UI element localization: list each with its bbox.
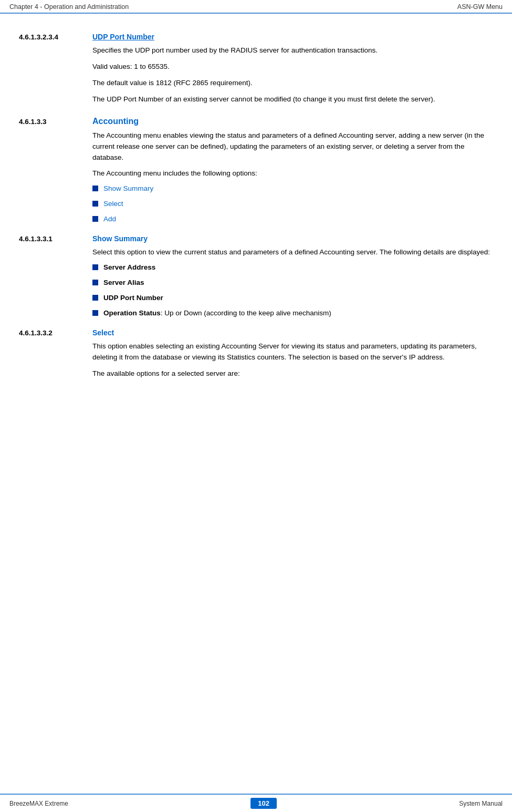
section-46133: 4.6.1.3.3 Accounting [19, 117, 493, 126]
page-container: Chapter 4 - Operation and Administration… [0, 0, 512, 812]
bullet-show-summary: Show Summary [92, 184, 493, 192]
para-46132340-3: The UDP Port Number of an existing serve… [92, 94, 493, 105]
bullet-text-operation-status-rest: : Up or Down (according to the keep aliv… [161, 309, 331, 317]
footer-right: System Manual [459, 800, 503, 807]
bullet-text-show-summary: Show Summary [103, 184, 153, 192]
bullet-square-icon [92, 216, 98, 222]
bullet-operation-status: Operation Status: Up or Down (according … [92, 309, 493, 317]
bullet-square-icon [92, 280, 98, 285]
header-bar: Chapter 4 - Operation and Administration… [0, 0, 512, 14]
bullet-text-udp-port-number: UDP Port Number [103, 294, 163, 302]
para-46132340-2: The default value is 1812 (RFC 2865 requ… [92, 78, 493, 89]
section-46132340: 4.6.1.3.2.3.4 UDP Port Number [19, 33, 493, 41]
section-461331: 4.6.1.3.3.1 Show Summary [19, 234, 493, 243]
bullet-select: Select [92, 200, 493, 208]
bullet-square-icon [92, 310, 98, 316]
header-chapter: Chapter 4 - Operation and Administration [9, 3, 129, 11]
para-46132340-1: Valid values: 1 to 65535. [92, 61, 493, 73]
footer-page: 102 [250, 798, 277, 809]
footer: BreezeMAX Extreme 102 System Manual [0, 794, 512, 812]
section-num-46132340: 4.6.1.3.2.3.4 [19, 33, 92, 41]
para-46133-1: The Accounting menu includes the followi… [92, 168, 493, 179]
footer-left: BreezeMAX Extreme [9, 800, 68, 807]
bullet-add: Add [92, 215, 493, 223]
section-title-46132340: UDP Port Number [92, 33, 154, 41]
bullet-list-461331: Server Address Server Alias UDP Port Num… [92, 263, 493, 317]
section-title-461331: Show Summary [92, 234, 148, 243]
section-num-461331: 4.6.1.3.3.1 [19, 235, 92, 243]
section-num-46133: 4.6.1.3.3 [19, 118, 92, 126]
bullet-server-address: Server Address [92, 263, 493, 271]
header-title: ASN-GW Menu [457, 3, 503, 11]
para-461331-0: Select this option to view the current s… [92, 247, 493, 258]
section-title-46133: Accounting [92, 117, 139, 126]
bullet-text-add: Add [103, 215, 116, 223]
para-461332-0: This option enables selecting an existin… [92, 341, 493, 363]
bullet-square-icon [92, 201, 98, 207]
section-num-461332: 4.6.1.3.3.2 [19, 329, 92, 337]
bullet-udp-port-number: UDP Port Number [92, 294, 493, 302]
bullet-square-icon [92, 264, 98, 270]
para-46133-0: The Accounting menu enables viewing the … [92, 130, 493, 163]
section-461332: 4.6.1.3.3.2 Select [19, 328, 493, 337]
bullet-list-46133: Show Summary Select Add [92, 184, 493, 223]
para-46132340-0: Specifies the UDP port number used by th… [92, 45, 493, 56]
bullet-text-server-alias: Server Alias [103, 279, 144, 286]
bullet-text-select: Select [103, 200, 123, 208]
para-461332-1: The available options for a selected ser… [92, 368, 493, 379]
bullet-text-operation-status: Operation Status [103, 309, 161, 317]
bullet-square-icon [92, 295, 98, 301]
bullet-text-server-address: Server Address [103, 263, 155, 271]
section-title-461332: Select [92, 328, 114, 337]
bullet-server-alias: Server Alias [92, 279, 493, 286]
bullet-square-icon [92, 186, 98, 191]
content-area: 4.6.1.3.2.3.4 UDP Port Number Specifies … [0, 14, 512, 794]
